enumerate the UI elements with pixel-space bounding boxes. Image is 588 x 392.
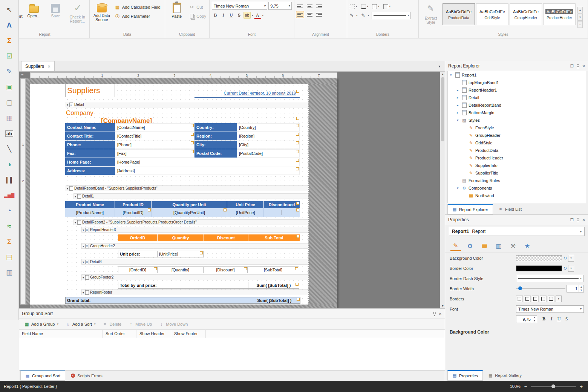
styles-scroll-down-icon[interactable]: ▼ xyxy=(577,14,583,21)
column-header[interactable]: Show Header xyxy=(136,330,171,338)
panel-tab[interactable]: Field List xyxy=(494,204,526,214)
order-field-cell[interactable]: [OrderID] xyxy=(118,266,158,273)
field-value-cell[interactable]: [City] xyxy=(237,141,300,149)
dropdown-icon[interactable]: ▾ xyxy=(556,296,562,302)
tree-expander-icon[interactable] xyxy=(457,103,461,107)
ribbon-big-button[interactable]: Save xyxy=(45,1,66,32)
pointer-tool[interactable] xyxy=(2,3,17,17)
product-header-cell[interactable]: Quantity per Unit xyxy=(152,201,227,208)
border-color-swatch[interactable] xyxy=(516,265,562,271)
tree-expander-icon[interactable] xyxy=(457,96,461,100)
field-value-cell[interactable]: [Address] xyxy=(115,167,300,175)
properties-category-tab[interactable] xyxy=(465,240,475,251)
label-tool[interactable] xyxy=(2,18,17,32)
styles-more-icon[interactable]: ⌄ xyxy=(577,21,583,28)
properties-category-tab[interactable] xyxy=(508,240,518,251)
border-width-slider[interactable] xyxy=(516,288,565,289)
close-panel-icon[interactable]: ✕ xyxy=(582,64,585,68)
richtext-tool[interactable] xyxy=(2,64,17,79)
zoom-slider[interactable] xyxy=(531,386,576,387)
tree-item[interactable]: Detail xyxy=(448,94,586,101)
panel-tab[interactable]: Report Explorer xyxy=(447,204,493,214)
panel-tool[interactable] xyxy=(2,95,17,110)
properties-category-tab[interactable] xyxy=(450,240,461,251)
column-header[interactable]: Sort Order xyxy=(103,330,136,338)
characters-tool[interactable] xyxy=(2,126,17,141)
border-style-button[interactable]: ▾ xyxy=(360,12,371,19)
scroll-up-icon[interactable]: ▲ xyxy=(440,72,445,77)
tree-item[interactable]: SupplierInfo xyxy=(448,162,586,169)
order-field-cell[interactable]: [SubTotal] xyxy=(247,266,299,273)
properties-category-tab[interactable] xyxy=(479,240,490,251)
field-caption-cell[interactable]: Country: xyxy=(194,123,237,132)
band-strip-detail[interactable]: Detail xyxy=(66,102,308,107)
top-margin-band[interactable] xyxy=(30,78,337,84)
pin-icon[interactable] xyxy=(577,218,579,220)
align-right-button[interactable] xyxy=(315,3,323,10)
close-tab-icon[interactable]: ✕ xyxy=(47,64,51,69)
properties-category-tab[interactable] xyxy=(493,240,504,251)
ribbon-small-button[interactable]: Cut xyxy=(187,3,208,11)
line-tool[interactable] xyxy=(2,142,17,156)
pivot-tool[interactable] xyxy=(2,234,17,249)
band-menu-icon[interactable]: ≡ xyxy=(19,73,23,77)
bold-button[interactable]: B xyxy=(541,316,547,323)
discontinued-checkbox-cell[interactable] xyxy=(264,208,300,217)
borders-bottom-button[interactable]: ▾ xyxy=(360,3,370,10)
panel-tab[interactable]: Report Gallery xyxy=(484,370,526,381)
field-value-cell[interactable]: [Country] xyxy=(237,123,300,132)
tree-item[interactable]: Formatting Rules xyxy=(448,177,586,184)
tree-item[interactable]: Styles xyxy=(448,116,586,124)
border-dash-style-combo[interactable]: ▾ xyxy=(516,275,584,282)
band-strip-report-footer[interactable]: ReportFooter xyxy=(81,289,308,295)
field-caption-cell[interactable]: Postal Code: xyxy=(194,149,237,158)
band-strip-report-header3[interactable]: ReportHeader3 xyxy=(81,227,308,233)
align-center-button[interactable] xyxy=(305,3,314,10)
borders-all-button[interactable]: ▾ xyxy=(371,3,381,10)
tab-list-dropdown-icon[interactable]: ▾ xyxy=(438,64,440,68)
company-caption-label[interactable]: Company xyxy=(66,109,93,117)
dock-tab[interactable]: Scripts Errors xyxy=(66,371,107,381)
object-selector-combo[interactable]: Report1 Report ▾ xyxy=(449,227,585,236)
tree-item[interactable]: ProductData xyxy=(448,147,586,154)
tree-item[interactable]: ReportHeader1 xyxy=(448,86,586,94)
field-value-cell[interactable]: [ContactName] xyxy=(115,123,194,132)
tree-item[interactable]: topMarginBand1 xyxy=(448,79,586,86)
field-value-cell[interactable]: [Region] xyxy=(237,132,300,140)
group-sort-toolbar-button[interactable]: Move Up ▾ xyxy=(125,320,155,329)
summary-tool[interactable] xyxy=(2,34,17,48)
pin-icon[interactable] xyxy=(433,312,436,314)
product-field-cell[interactable]: [UnitPrice] xyxy=(227,208,264,217)
column-header[interactable]: Field Name xyxy=(19,330,103,338)
group-total-sum[interactable]: Sum( [SubTotal] ) xyxy=(248,282,299,289)
ribbon-big-button[interactable]: Check In Report... xyxy=(67,1,88,32)
order-header-cell[interactable]: Discount xyxy=(204,234,248,241)
ribbon-small-button[interactable]: Add Calculated Field xyxy=(113,3,162,11)
slider-thumb[interactable] xyxy=(518,286,522,290)
ribbon-small-button[interactable]: Add Parameter xyxy=(113,12,162,20)
zoom-in-icon[interactable]: + xyxy=(580,384,583,389)
group-sort-toolbar-button[interactable]: Delete ▾ xyxy=(99,320,124,329)
italic-button[interactable]: I xyxy=(548,316,555,323)
field-caption-cell[interactable]: City: xyxy=(194,141,237,149)
product-header-cell[interactable]: Product ID xyxy=(115,201,152,208)
product-field-cell[interactable]: [ProductName] xyxy=(65,208,115,217)
unit-price-caption[interactable]: Unit price: xyxy=(118,251,158,257)
barcode-tool[interactable] xyxy=(2,173,17,187)
style-gallery-item[interactable]: AaBbCcDdEe ProductHeader xyxy=(543,3,576,25)
product-header-cell[interactable]: Discontinued xyxy=(264,201,300,208)
pin-icon[interactable] xyxy=(577,64,579,67)
tree-expander-icon[interactable] xyxy=(457,118,461,122)
ribbon-big-button[interactable]: Open... xyxy=(23,1,44,32)
group-sort-toolbar-button[interactable]: Add a Group ▾ xyxy=(21,320,61,329)
design-surface[interactable]: ≡ 1234567 12 Suppliers Current Date: чет… xyxy=(19,72,445,308)
border-color-button[interactable]: ▾ xyxy=(349,12,359,19)
border-line-style-combo[interactable]: ▾ xyxy=(372,12,411,19)
extract-style-button[interactable]: Extract Style xyxy=(420,2,441,32)
border-all-toggle[interactable] xyxy=(524,296,531,302)
tree-item[interactable]: GroupHeader xyxy=(448,132,586,139)
font-color-dropdown-icon[interactable]: ▾ xyxy=(262,14,264,17)
sparkline-tool[interactable] xyxy=(2,219,17,233)
band-collapse-icon[interactable] xyxy=(67,103,68,107)
field-value-cell[interactable]: [Fax] xyxy=(115,149,194,158)
